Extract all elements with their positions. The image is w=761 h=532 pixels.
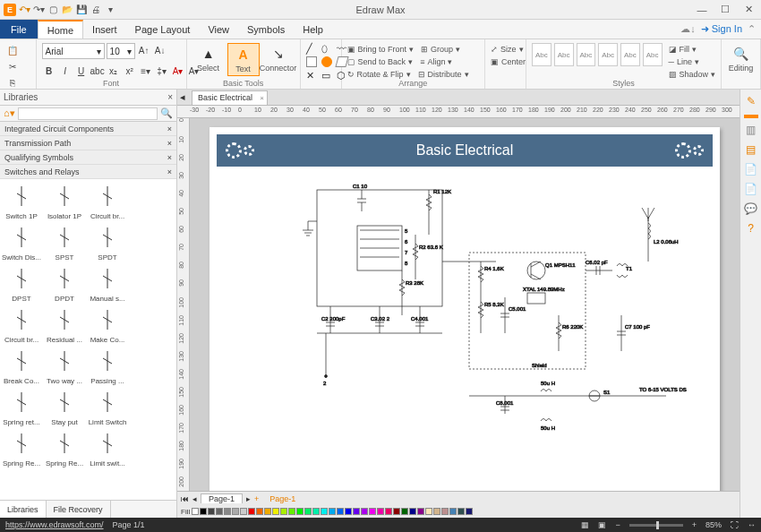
page-tab-2[interactable]: Page-1 — [262, 494, 303, 503]
close-button[interactable]: ✕ — [740, 4, 757, 15]
line-button[interactable]: ─ Line▾ — [669, 56, 716, 68]
help-icon[interactable]: ? — [744, 222, 758, 236]
color-swatch[interactable] — [337, 508, 344, 515]
color-swatch[interactable] — [385, 508, 392, 515]
color-swatch[interactable] — [288, 508, 295, 515]
drawing-sheet[interactable]: Basic Electrical 5678 — [209, 127, 720, 491]
shape-stencil[interactable]: Manual s... — [86, 262, 129, 303]
shape-stencil[interactable]: Make Co... — [86, 303, 129, 344]
maximize-button[interactable]: ☐ — [716, 4, 734, 15]
superscript-button[interactable]: x² — [123, 64, 137, 78]
print-icon[interactable]: 🖨 — [90, 4, 102, 16]
theme-icon[interactable] — [744, 115, 758, 118]
color-swatch[interactable] — [377, 508, 384, 515]
export-icon[interactable]: 📄 — [744, 183, 758, 197]
save-icon[interactable]: 💾 — [75, 4, 88, 16]
editing-button[interactable]: 🔍Editing — [727, 43, 755, 74]
library-category[interactable]: Qualifying Symbols× — [0, 150, 176, 165]
send-back-button[interactable]: ▢ Send to Back ▾ — [347, 56, 414, 68]
color-swatch[interactable] — [272, 508, 279, 515]
menu-view[interactable]: View — [199, 20, 238, 39]
home-icon[interactable]: ⌂▾ — [4, 107, 15, 119]
spacing-button[interactable]: ‡▾ — [155, 64, 169, 78]
increase-font-icon[interactable]: A↑ — [137, 43, 151, 57]
library-category[interactable]: Transmission Path× — [0, 136, 176, 150]
palette-icon[interactable]: ▤ — [744, 143, 758, 158]
tab-prev-icon[interactable]: ◂ — [177, 91, 188, 103]
color-swatch[interactable] — [192, 508, 199, 515]
shape-stencil[interactable]: Residual ... — [43, 303, 86, 344]
shape-stencil[interactable]: Spring Re... — [0, 426, 43, 468]
color-swatch[interactable] — [329, 508, 336, 515]
color-swatch[interactable] — [353, 508, 360, 515]
color-swatch[interactable] — [232, 508, 239, 515]
font-select[interactable]: Arial▾ — [42, 43, 105, 59]
zoom-out-icon[interactable]: − — [615, 520, 620, 529]
library-search-input[interactable] — [18, 107, 158, 120]
text-tool[interactable]: AText — [227, 43, 260, 76]
shape-stencil[interactable]: Limit Switch — [86, 385, 129, 426]
open-icon[interactable]: 📂 — [61, 4, 73, 16]
fit-page-icon[interactable]: ⛶ — [731, 520, 739, 529]
shape-stencil[interactable]: Break Co... — [0, 344, 43, 385]
decrease-font-icon[interactable]: A↓ — [153, 43, 167, 57]
fit-width-icon[interactable]: ↔ — [748, 520, 756, 529]
shape-stencil[interactable]: SPST — [43, 220, 86, 262]
select-tool[interactable]: ▲Select — [192, 43, 225, 74]
shape-stencil[interactable]: Limit swit... — [86, 426, 129, 468]
menu-symbols[interactable]: Symbols — [238, 20, 294, 39]
menu-page-layout[interactable]: Page Layout — [126, 20, 200, 39]
undo-icon[interactable]: ↶▾ — [18, 4, 30, 16]
color-swatch[interactable] — [312, 508, 320, 515]
fill-button[interactable]: ◪ Fill▾ — [669, 43, 716, 56]
menu-insert[interactable]: Insert — [83, 20, 126, 39]
shape-stencil[interactable]: Passing ... — [86, 344, 129, 385]
color-swatch[interactable] — [401, 508, 408, 515]
style-thumb[interactable]: Abc — [620, 43, 640, 66]
view-normal-icon[interactable]: ▦ — [581, 520, 589, 529]
page-icon[interactable]: 📄 — [744, 163, 758, 177]
color-swatch[interactable] — [280, 508, 287, 515]
page-nav-next-icon[interactable]: ▸ — [246, 494, 251, 503]
strike-button[interactable]: abc — [90, 64, 105, 78]
style-thumb[interactable]: Abc — [577, 43, 596, 66]
page-add-icon[interactable]: + — [254, 494, 259, 503]
sign-in-link[interactable]: ➜ Sign In — [701, 23, 742, 35]
new-icon[interactable]: ▢ — [47, 4, 59, 16]
search-icon[interactable]: 🔍 — [160, 107, 173, 119]
color-swatch[interactable] — [425, 508, 432, 515]
view-full-icon[interactable]: ▣ — [598, 520, 606, 529]
sidebar-tab-file-recovery[interactable]: File Recovery — [47, 501, 111, 518]
status-url[interactable]: https://www.edrawsoft.com/ — [5, 520, 104, 529]
bring-front-button[interactable]: ▣ Bring to Front ▾ — [347, 43, 415, 56]
zoom-in-icon[interactable]: + — [692, 520, 697, 529]
cloud-icon[interactable]: ☁↓ — [680, 23, 696, 35]
color-swatch[interactable] — [216, 508, 223, 515]
underline-button[interactable]: U — [74, 64, 89, 78]
shape-stencil[interactable]: Circuit br... — [86, 179, 129, 220]
sidebar-close-icon[interactable]: × — [167, 92, 173, 102]
shape-stencil[interactable]: Isolator 1P — [43, 179, 86, 220]
color-swatch[interactable] — [393, 508, 400, 515]
comment-icon[interactable]: 💬 — [744, 202, 758, 217]
paste-icon[interactable]: 📋 — [5, 43, 20, 57]
shape-stencil[interactable]: DPST — [0, 262, 43, 303]
color-swatch[interactable] — [433, 508, 440, 515]
color-swatch[interactable] — [409, 508, 416, 515]
style-thumb[interactable]: Abc — [554, 43, 574, 66]
color-swatch[interactable] — [304, 508, 312, 515]
copy-icon[interactable]: ⎘ — [5, 75, 20, 90]
align-button[interactable]: ≡ Align▾ — [420, 56, 452, 68]
color-swatch[interactable] — [345, 508, 352, 515]
zoom-slider[interactable] — [629, 524, 683, 527]
shape-stencil[interactable]: Stay put — [43, 385, 86, 426]
minimize-button[interactable]: — — [693, 4, 711, 15]
canvas-scroll[interactable]: Basic Electrical 5678 — [190, 118, 740, 491]
color-swatch[interactable] — [240, 508, 247, 515]
menu-home[interactable]: Home — [38, 20, 83, 39]
color-swatch[interactable] — [200, 508, 207, 515]
style-thumb[interactable]: Abc — [532, 43, 552, 66]
color-swatch[interactable] — [466, 508, 473, 515]
size-button[interactable]: ⤢ Size▾ — [491, 43, 524, 56]
shape-stencil[interactable]: Two way ... — [43, 344, 86, 385]
